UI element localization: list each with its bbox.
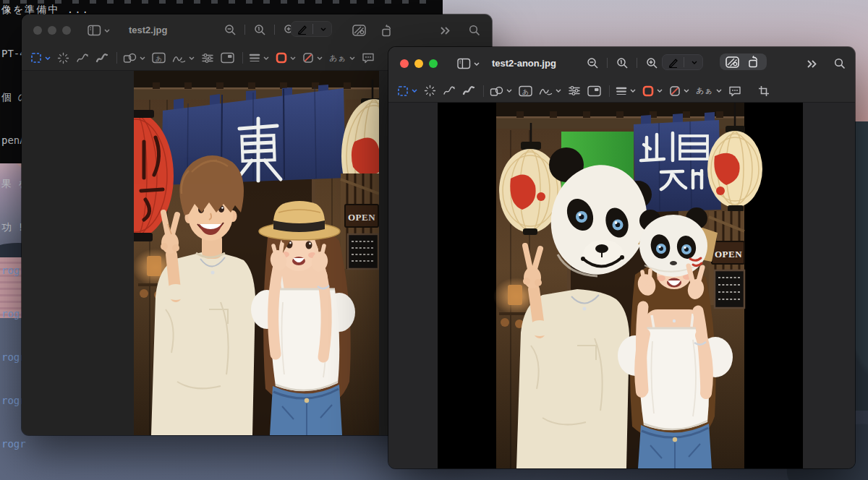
fill-color-button[interactable] <box>302 49 323 67</box>
selection-tools-button[interactable] <box>397 82 417 100</box>
instant-alpha-button[interactable] <box>424 82 436 100</box>
markup-badge-icon <box>352 25 366 36</box>
text-style-label: あぁ <box>696 85 713 96</box>
crop-icon <box>758 85 770 97</box>
sidebar-toggle-button[interactable] <box>82 21 114 40</box>
more-toolbar-items-button[interactable] <box>802 54 822 73</box>
traffic-zoom-button[interactable] <box>62 26 71 35</box>
sketch-button[interactable] <box>76 49 89 67</box>
shapes-button[interactable] <box>123 49 145 67</box>
adjust-sliders-icon <box>568 85 581 96</box>
chevron-down-icon <box>506 89 512 93</box>
traffic-close-button[interactable] <box>400 59 409 68</box>
rotate-left-button[interactable] <box>748 56 761 68</box>
markup-pencil-button[interactable] <box>662 54 703 70</box>
photo-test2: OPEN <box>134 71 379 435</box>
crop-size-button[interactable] <box>587 82 601 100</box>
show-markup-toolbar-button[interactable] <box>726 56 739 68</box>
draw-icon <box>462 85 475 96</box>
zoom-actual-size-button[interactable] <box>250 20 270 39</box>
line-style-icon <box>616 86 627 96</box>
terminal-progress-line: rogr <box>1 437 32 451</box>
crop-button[interactable] <box>758 82 770 100</box>
shapes-button[interactable] <box>490 82 512 100</box>
traffic-close-button[interactable] <box>33 26 42 35</box>
draw-icon <box>95 53 109 64</box>
show-markup-toolbar-button[interactable] <box>349 21 369 40</box>
chevron-down-icon <box>474 62 480 66</box>
magnifier-minus-icon <box>587 57 599 69</box>
photo-test2-anon: OPEN <box>438 103 803 468</box>
sketch-button[interactable] <box>443 82 456 100</box>
line-style-button[interactable] <box>616 82 636 100</box>
titlebar[interactable]: test2.jpg <box>22 14 492 46</box>
adjust-color-button[interactable] <box>201 49 214 67</box>
sign-button[interactable] <box>539 82 561 100</box>
text-box-button[interactable]: あ <box>519 82 532 100</box>
chevron-down-icon <box>263 56 269 60</box>
double-chevron-icon <box>440 26 451 35</box>
crop-size-button[interactable] <box>221 49 234 67</box>
necklace-glint <box>673 320 676 322</box>
markup-badge-icon <box>726 56 739 68</box>
sign-button[interactable] <box>172 49 195 67</box>
chevron-down-icon <box>45 56 51 60</box>
border-color-button[interactable] <box>276 49 296 67</box>
shapes-icon <box>490 85 503 97</box>
image-view[interactable]: OPEN <box>388 103 855 468</box>
zoom-actual-size-button[interactable] <box>612 53 632 72</box>
signature-icon <box>539 85 553 96</box>
chevron-down-icon <box>290 56 296 60</box>
markup-pencil-button[interactable] <box>291 21 332 37</box>
menu-blackboard <box>715 270 744 308</box>
toolbar-divider <box>609 85 610 97</box>
traffic-minimize-button[interactable] <box>48 26 56 35</box>
chevron-down-icon <box>412 89 417 93</box>
traffic-minimize-button[interactable] <box>414 59 423 68</box>
toolbar-divider <box>116 52 117 64</box>
chevron-down-icon <box>657 89 663 93</box>
more-toolbar-items-button[interactable] <box>435 21 456 40</box>
open-sign-text: OPEN <box>715 249 742 260</box>
text-style-label: あぁ <box>329 53 346 64</box>
photo-canvas-test2[interactable]: OPEN <box>134 71 379 435</box>
chevron-down-icon <box>684 89 689 93</box>
chevron-down-icon <box>716 89 722 93</box>
instant-alpha-button[interactable] <box>57 49 69 67</box>
speech-bubble-icon <box>362 52 375 64</box>
text-style-button[interactable]: あぁ <box>696 82 722 100</box>
selection-rect-icon <box>30 52 42 64</box>
traffic-zoom-button[interactable] <box>429 59 438 68</box>
sparkle-wand-icon <box>424 85 436 97</box>
rotate-icon <box>748 56 761 68</box>
search-button[interactable] <box>830 54 850 73</box>
adjust-color-button[interactable] <box>568 82 581 100</box>
border-color-swatch <box>276 52 287 64</box>
zoom-out-button[interactable] <box>582 53 603 72</box>
fill-color-button[interactable] <box>669 82 689 100</box>
magnifier-one-icon <box>254 24 266 36</box>
border-color-button[interactable] <box>642 82 663 100</box>
text-style-button[interactable]: あぁ <box>329 49 355 67</box>
chevron-down-icon <box>692 61 697 64</box>
sidebar-toggle-button[interactable] <box>452 54 484 73</box>
selection-tools-button[interactable] <box>30 49 51 67</box>
line-style-button[interactable] <box>249 49 269 67</box>
annotate-button[interactable] <box>728 82 741 100</box>
annotate-button[interactable] <box>362 49 375 67</box>
titlebar[interactable]: test2-anon.jpg <box>388 47 855 80</box>
zoom-controls <box>220 20 299 39</box>
markup-rotate-group <box>720 53 767 70</box>
zoom-out-button[interactable] <box>220 20 240 39</box>
line-style-icon <box>249 53 260 63</box>
text-box-icon: あ <box>519 85 532 97</box>
search-button[interactable] <box>464 21 485 40</box>
draw-button[interactable] <box>462 82 475 100</box>
rotate-left-button[interactable] <box>378 21 398 40</box>
menu-blackboard <box>348 234 378 269</box>
text-box-button[interactable]: あ <box>152 49 166 67</box>
zoom-in-button[interactable] <box>642 53 662 72</box>
fill-color-icon <box>302 52 314 64</box>
draw-button[interactable] <box>95 49 109 67</box>
photo-canvas-test2-anon[interactable]: OPEN <box>438 103 803 468</box>
